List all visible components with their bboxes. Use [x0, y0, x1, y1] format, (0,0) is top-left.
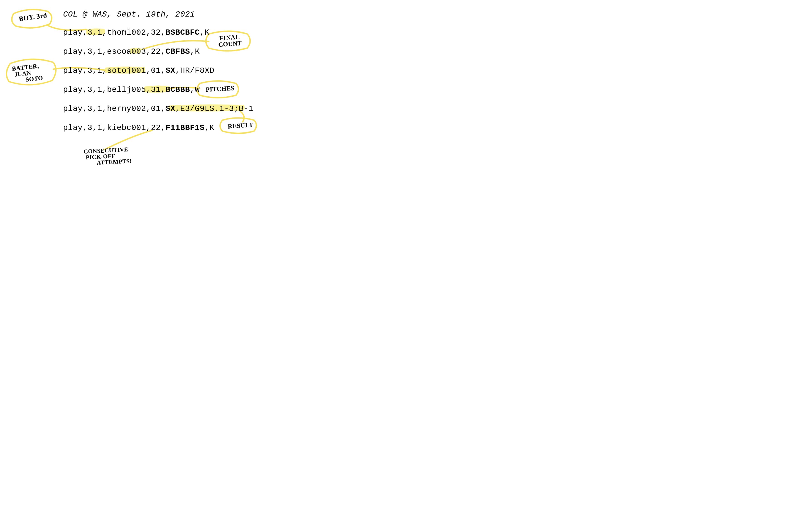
prefix: play,: [63, 124, 88, 132]
callout-bot-3rd: BOT. 3rd: [13, 11, 53, 23]
count-suffix: ,: [161, 47, 166, 56]
pitch-sequence: F11BBF1S: [166, 124, 205, 132]
inning-half: 3,1,: [88, 85, 107, 94]
prefix: play,: [63, 28, 88, 37]
count-value: 22: [151, 47, 161, 56]
pitch-sequence: CBFBS: [166, 47, 190, 56]
inning-half: 3,1,: [88, 66, 107, 75]
callout-final-count: FINAL COUNT: [212, 33, 247, 48]
result: ,K: [200, 28, 209, 37]
batter-id: bellj005: [107, 85, 146, 94]
inning-half: 3,1,: [88, 124, 107, 132]
play-row-4: play,3,1,bellj005,31,BCBBB,W: [63, 85, 200, 94]
result: ,K: [190, 47, 200, 56]
play-row-1: play,3,1,thoml002,32,BSBCBFC,K: [63, 28, 209, 37]
callout-pitches: PITCHES: [203, 85, 237, 93]
count: ,31,: [146, 85, 166, 94]
batter-id: thoml002: [107, 28, 146, 37]
pitch-sequence: SX: [166, 104, 175, 113]
batter-id: kiebc001: [107, 124, 146, 132]
result: ,K: [205, 124, 214, 132]
result: ,HR/F8XD: [175, 66, 214, 75]
count: ,22,: [146, 124, 166, 132]
batter-id: sotoj001: [107, 66, 146, 75]
batter-id: herny002: [107, 104, 146, 113]
count: ,01,: [146, 104, 166, 113]
prefix: play,: [63, 47, 88, 56]
prefix: play,: [63, 66, 88, 75]
play-row-6: play,3,1,kiebc001,22,F11BBF1S,K: [63, 124, 214, 132]
result: ,E3/G9LS.1-3;B-1: [175, 104, 254, 113]
final-count-line-2: COUNT: [218, 39, 242, 48]
callout-result: RESULT: [226, 121, 256, 130]
batter-id: escoa003: [107, 47, 146, 56]
annotated-diagram: COL @ WAS, Sept. 19th, 2021 play,3,1,tho…: [0, 0, 281, 187]
inning-half: 3,1,: [88, 47, 107, 56]
pitch-sequence: SX: [166, 66, 175, 75]
pitch-sequence: BSBCBFC: [166, 28, 200, 37]
pitch-sequence: BCBBB: [166, 85, 190, 94]
inning-half: 3,1,: [88, 104, 107, 113]
result: ,W: [190, 85, 200, 94]
count: ,01,: [146, 66, 166, 75]
prefix: play,: [63, 85, 88, 94]
play-row-5: play,3,1,herny002,01,SX,E3/G9LS.1-3;B-1: [63, 104, 254, 113]
callout-pickoff: CONSECUTIVE PICK-OFF ATTEMPTS!: [83, 146, 139, 167]
count-prefix: ,: [146, 47, 151, 56]
play-row-2: play,3,1,escoa003,22,CBFBS,K: [63, 47, 200, 56]
prefix: play,: [63, 104, 88, 113]
inning-half: 3,1,: [88, 28, 107, 37]
game-title: COL @ WAS, Sept. 19th, 2021: [63, 10, 195, 19]
play-row-3: play,3,1,sotoj001,01,SX,HR/F8XD: [63, 66, 214, 75]
callout-batter: BATTER, JUAN SOTO: [12, 61, 56, 84]
count: ,32,: [146, 28, 166, 37]
